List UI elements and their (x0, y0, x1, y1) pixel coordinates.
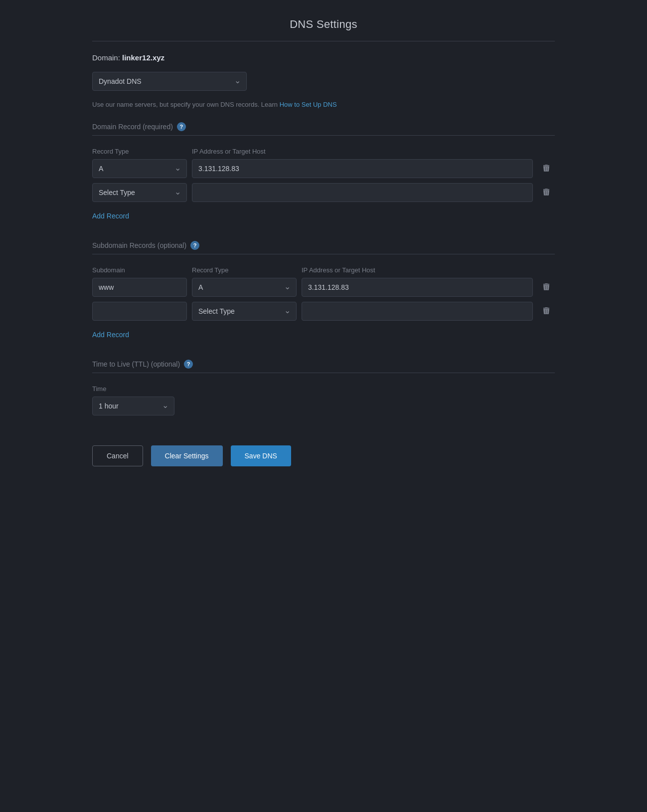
page-title: DNS Settings (92, 10, 555, 41)
trash-icon-sub-1 (542, 282, 551, 293)
ttl-select-wrapper: 1 hour 30 minutes 2 hours 4 hours 8 hour… (92, 397, 174, 415)
domain-record-type-select-wrapper-1: A AAAA CNAME MX TXT NS (92, 159, 187, 178)
subdomain-record-section: Subdomain Records (optional) ? Subdomain… (92, 241, 555, 356)
domain-label: Domain: (92, 53, 120, 62)
subdomain-record-title: Subdomain Records (optional) (92, 241, 186, 249)
subdomain-record-type-select-wrapper-1: A AAAA CNAME MX TXT NS (192, 278, 297, 297)
domain-delete-btn-1[interactable] (538, 161, 555, 177)
ttl-help-icon[interactable]: ? (184, 360, 193, 369)
domain-record-header: Domain Record (required) ? (92, 122, 555, 131)
subdomain-add-record-btn[interactable]: Add Record (92, 328, 129, 342)
dns-provider-select[interactable]: Dynadot DNS Custom DNS Parked Forwarding (92, 72, 247, 91)
info-text-body: Use our name servers, but specify your o… (92, 101, 280, 108)
subdomain-record-divider (92, 254, 555, 254)
subdomain-record-row-2: Select Type A AAAA CNAME MX TXT NS (92, 302, 555, 321)
subdomain-record-type-select-2[interactable]: Select Type A AAAA CNAME MX TXT NS (192, 302, 297, 321)
subdomain-record-row-1: A AAAA CNAME MX TXT NS (92, 278, 555, 297)
subdomain-delete-btn-1[interactable] (538, 279, 555, 296)
save-dns-button[interactable]: Save DNS (231, 445, 291, 466)
subdomain-input-2[interactable] (92, 302, 187, 321)
subdomain-record-col-headers: Subdomain Record Type IP Address or Targ… (92, 266, 555, 274)
subdomain-record-type-select-wrapper-2: Select Type A AAAA CNAME MX TXT NS (192, 302, 297, 321)
subdomain-input-1[interactable] (92, 278, 187, 297)
col-header-record-type: Record Type (92, 148, 187, 155)
dns-provider-select-wrapper: Dynadot DNS Custom DNS Parked Forwarding (92, 72, 247, 91)
domain-add-record-btn[interactable]: Add Record (92, 209, 129, 223)
subdomain-ip-input-2[interactable] (302, 302, 533, 321)
ttl-divider (92, 373, 555, 373)
subdomain-delete-btn-2[interactable] (538, 303, 555, 320)
domain-info: Domain: linker12.xyz (92, 53, 555, 62)
col-header-subdomain: Subdomain (92, 266, 187, 274)
domain-name: linker12.xyz (122, 53, 164, 62)
trash-icon-1 (542, 164, 551, 174)
ttl-select[interactable]: 1 hour 30 minutes 2 hours 4 hours 8 hour… (92, 397, 174, 415)
domain-record-row-2: Select Type A AAAA CNAME MX TXT NS (92, 183, 555, 202)
col-header-ip: IP Address or Target Host (192, 148, 555, 155)
cancel-button[interactable]: Cancel (92, 445, 143, 466)
ttl-section: Time to Live (TTL) (optional) ? Time 1 h… (92, 360, 555, 415)
domain-delete-btn-2[interactable] (538, 185, 555, 201)
domain-record-type-select-2[interactable]: Select Type A AAAA CNAME MX TXT NS (92, 183, 187, 202)
domain-record-divider (92, 135, 555, 136)
domain-record-row-1: A AAAA CNAME MX TXT NS (92, 159, 555, 178)
domain-record-type-select-wrapper-2: Select Type A AAAA CNAME MX TXT NS (92, 183, 187, 202)
domain-record-section: Domain Record (required) ? Record Type I… (92, 122, 555, 237)
clear-settings-button[interactable]: Clear Settings (151, 445, 223, 466)
subdomain-record-type-select-1[interactable]: A AAAA CNAME MX TXT NS (192, 278, 297, 297)
how-to-setup-link[interactable]: How to Set Up DNS (280, 101, 337, 108)
domain-record-help-icon[interactable]: ? (177, 122, 186, 131)
ttl-title: Time to Live (TTL) (optional) (92, 360, 180, 368)
domain-record-col-headers: Record Type IP Address or Target Host (92, 148, 555, 155)
domain-record-title: Domain Record (required) (92, 123, 173, 131)
domain-ip-input-1[interactable] (192, 159, 533, 178)
subdomain-record-help-icon[interactable]: ? (190, 241, 199, 250)
trash-icon-sub-2 (542, 306, 551, 317)
time-label: Time (92, 385, 555, 393)
domain-ip-input-2[interactable] (192, 183, 533, 202)
domain-record-type-select-1[interactable]: A AAAA CNAME MX TXT NS (92, 159, 187, 178)
col-header-record-type-sub: Record Type (192, 266, 297, 274)
trash-icon-2 (542, 188, 551, 198)
subdomain-record-header: Subdomain Records (optional) ? (92, 241, 555, 250)
info-text: Use our name servers, but specify your o… (92, 101, 555, 108)
bottom-buttons: Cancel Clear Settings Save DNS (92, 445, 555, 466)
top-divider (92, 41, 555, 41)
col-header-ip-sub: IP Address or Target Host (302, 266, 555, 274)
subdomain-ip-input-1[interactable] (302, 278, 533, 297)
ttl-header: Time to Live (TTL) (optional) ? (92, 360, 555, 369)
